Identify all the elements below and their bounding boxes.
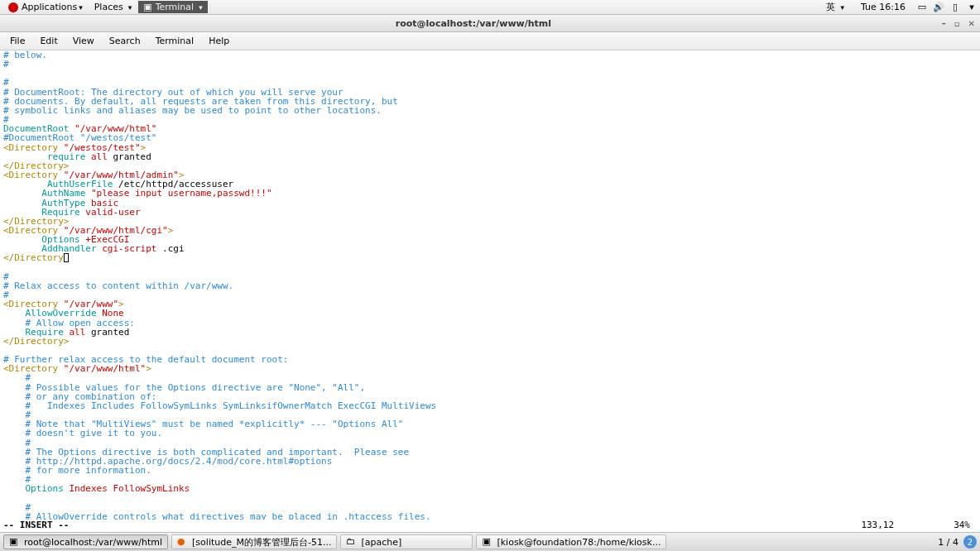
maximize-button[interactable]: ▫ [954, 19, 960, 28]
bottom-taskbar: ▣ root@localhost:/var/www/html ● [solitu… [0, 532, 980, 551]
menu-terminal[interactable]: Terminal [149, 34, 201, 48]
editor-area[interactable]: # below. # # # DocumentRoot: The directo… [0, 50, 980, 520]
workspace-text: 1 / 4 [938, 537, 958, 548]
clock[interactable]: Tue 16:16 [856, 1, 910, 13]
firefox-icon: ● [177, 536, 189, 548]
power-icon[interactable]: ▾ [967, 2, 977, 12]
window-title: root@localhost:/var/www/html [5, 18, 942, 29]
menu-bar: File Edit View Search Terminal Help [0, 32, 980, 50]
minimize-button[interactable]: – [942, 19, 946, 28]
task-terminal[interactable]: ▣ root@localhost:/var/www/html [3, 534, 168, 549]
vim-mode: -- INSERT -- [3, 520, 69, 530]
applications-menu[interactable]: Applications [3, 1, 88, 13]
vim-status-line: -- INSERT -- 133,12 34% [0, 520, 980, 532]
menu-edit[interactable]: Edit [33, 34, 64, 48]
top-panel: Applications Places ▣ Terminal 英 Tue 16:… [0, 0, 980, 15]
menu-view[interactable]: View [66, 34, 101, 48]
menu-file[interactable]: File [3, 34, 31, 48]
terminal-icon: ▣ [9, 536, 21, 548]
places-menu[interactable]: Places [89, 1, 137, 13]
vim-position: 133,12 [861, 520, 954, 530]
active-app-menu[interactable]: ▣ Terminal [138, 1, 207, 13]
task-kiosk[interactable]: ▣ [kiosk@foundation78:/home/kiosk... [476, 534, 666, 549]
battery-icon[interactable]: ▯ [950, 2, 960, 12]
folder-icon: 🗀 [346, 536, 358, 548]
notification-badge[interactable]: 2 [963, 535, 977, 549]
close-button[interactable]: ✕ [968, 19, 975, 28]
menu-search[interactable]: Search [103, 34, 147, 48]
volume-icon[interactable]: 🔊 [934, 2, 944, 12]
terminal-icon: ▣ [143, 2, 151, 12]
display-icon[interactable]: ▭ [917, 2, 927, 12]
task-firefox[interactable]: ● [solitude_M的博客管理后台-51... [171, 534, 337, 549]
redhat-icon [8, 2, 18, 12]
menu-help[interactable]: Help [202, 34, 236, 48]
task-apache[interactable]: 🗀 [apache] [340, 534, 473, 549]
ime-indicator[interactable]: 英 [821, 0, 849, 14]
terminal-icon: ▣ [482, 536, 493, 548]
vim-percent: 34% [954, 520, 977, 530]
cursor [64, 253, 69, 262]
window-titlebar[interactable]: root@localhost:/var/www/html – ▫ ✕ [0, 15, 980, 32]
